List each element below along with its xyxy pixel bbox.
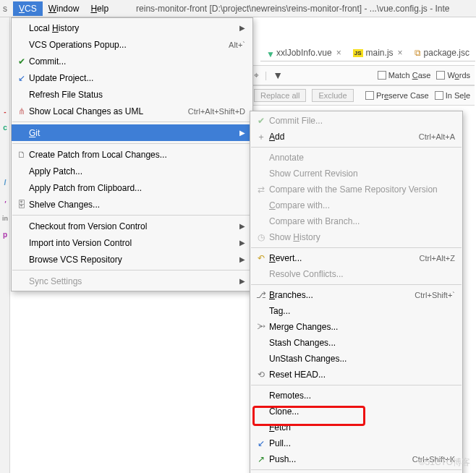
- item-sync-settings[interactable]: Sync Settings▶: [12, 273, 252, 289]
- patch-icon: 🗋: [14, 150, 29, 160]
- item-pull[interactable]: ↙Pull...: [250, 435, 462, 451]
- menu-help[interactable]: Help: [85, 1, 114, 16]
- item-fetch[interactable]: Fetch: [250, 419, 462, 435]
- item-show-uml[interactable]: ⋔Show Local Changes as UMLCtrl+Alt+Shift…: [12, 103, 252, 119]
- menubar-left-stub: s: [3, 4, 7, 14]
- item-create-patch[interactable]: 🗋Create Patch from Local Changes...: [12, 146, 252, 163]
- item-remotes[interactable]: Remotes...: [250, 388, 462, 404]
- item-annotate[interactable]: Annotate: [250, 150, 462, 166]
- item-clone[interactable]: Clone...: [250, 404, 462, 419]
- revert-icon: ↶: [253, 253, 269, 263]
- find-replace-bar: ⌖ | ▼ Match Case Words: [250, 65, 475, 85]
- item-tag[interactable]: Tag...: [250, 303, 462, 319]
- reset-icon: ⟲: [253, 370, 269, 380]
- close-icon[interactable]: ×: [398, 48, 403, 58]
- item-local-history[interactable]: Local History▶: [12, 20, 252, 36]
- item-vcs-ops-popup[interactable]: VCS Operations Popup...Alt+`: [12, 36, 252, 53]
- preserve-case-check[interactable]: Preserve Case: [365, 91, 429, 100]
- separator: [251, 247, 462, 248]
- close-icon[interactable]: ×: [336, 48, 341, 58]
- gutter-mark: ': [0, 197, 10, 211]
- watermark: ©51CTO博客: [419, 456, 470, 469]
- json-icon: ⧉: [415, 48, 421, 58]
- item-browse-repo[interactable]: Browse VCS Repository▶: [12, 251, 252, 268]
- separator: [251, 469, 462, 470]
- shelve-icon: 🗄: [14, 200, 29, 210]
- item-branches[interactable]: ⎇Branches...Ctrl+Shift+`: [250, 287, 462, 303]
- branch-icon: ⎇: [253, 290, 269, 300]
- add-icon: ＋: [253, 131, 269, 143]
- item-resolve[interactable]: Resolve Conflicts...: [250, 266, 462, 282]
- separator: [12, 143, 252, 144]
- vue-icon: ▼: [266, 49, 273, 56]
- push-icon: ↗: [253, 454, 269, 464]
- menu-window[interactable]: Window: [43, 1, 85, 16]
- item-revert[interactable]: ↶Revert...Ctrl+Alt+Z: [250, 250, 462, 266]
- target-icon[interactable]: ⌖: [254, 70, 259, 80]
- item-apply-patch[interactable]: Apply Patch...: [12, 163, 252, 179]
- item-apply-patch-clip[interactable]: Apply Patch from Clipboard...: [12, 179, 252, 196]
- gutter-mark: l: [0, 175, 10, 189]
- tab-xxljobinfo[interactable]: ▼ xxlJobInfo.vue×: [260, 45, 347, 61]
- words-check[interactable]: Words: [436, 71, 470, 80]
- separator: [251, 147, 462, 148]
- separator: [251, 284, 462, 285]
- diff-icon: ⇄: [253, 184, 269, 195]
- commit-icon: ✔: [253, 116, 269, 126]
- item-import-vc[interactable]: Import into Version Control▶: [12, 234, 252, 251]
- item-compare-with[interactable]: Compare with...: [250, 197, 462, 213]
- history-icon: ◷: [253, 232, 269, 242]
- match-case-check[interactable]: Match Case: [378, 71, 431, 80]
- item-unstash[interactable]: UnStash Changes...: [250, 351, 462, 367]
- item-compare-same[interactable]: ⇄Compare with the Same Repository Versio…: [250, 182, 462, 197]
- item-show-current[interactable]: Show Current Revision: [250, 166, 462, 182]
- merge-icon: ⭃: [253, 322, 269, 332]
- item-add[interactable]: ＋AddCtrl+Alt+A: [250, 129, 462, 145]
- gutter-mark: -: [0, 104, 10, 119]
- js-icon: JS: [353, 49, 363, 57]
- pull-icon: ↙: [253, 438, 269, 448]
- item-show-history[interactable]: ◷Show History: [250, 229, 462, 245]
- item-refresh-status[interactable]: Refresh File Status: [12, 86, 252, 103]
- tab-package[interactable]: ⧉ package.jsc: [409, 45, 475, 61]
- item-shelve[interactable]: 🗄Shelve Changes...: [12, 196, 252, 213]
- menu-vcs[interactable]: VCS: [13, 1, 43, 16]
- item-commit-file[interactable]: ✔Commit File...: [250, 113, 462, 129]
- item-stash[interactable]: Stash Changes...: [250, 335, 462, 351]
- item-git[interactable]: Git▶: [12, 124, 252, 141]
- left-gutter: - c l ' in p: [0, 17, 10, 473]
- tab-mainjs[interactable]: JS main.js×: [347, 45, 409, 61]
- menubar: s VCS Window Help reins-monitor-front [D…: [0, 0, 476, 17]
- window-title: reins-monitor-front [D:\project\newreins…: [136, 4, 449, 14]
- gutter-mark: in: [0, 211, 10, 226]
- exclude-button[interactable]: Exclude: [312, 89, 353, 102]
- item-commit[interactable]: ✔Commit...: [12, 53, 252, 69]
- commit-icon: ✔: [14, 56, 29, 67]
- uml-icon: ⋔: [14, 106, 29, 116]
- update-icon: ↙: [14, 73, 29, 83]
- item-compare-branch[interactable]: Compare with Branch...: [250, 213, 462, 229]
- item-update-project[interactable]: ↙Update Project...: [12, 69, 252, 86]
- separator: [251, 385, 462, 385]
- vcs-dropdown: Local History▶ VCS Operations Popup...Al…: [11, 17, 253, 291]
- separator: [12, 122, 252, 122]
- find-replace-bar-2: Replace all Exclude Preserve Case In Sel…: [250, 85, 475, 106]
- filter-icon[interactable]: ▼: [273, 69, 283, 81]
- separator: [12, 270, 252, 270]
- item-reset-head[interactable]: ⟲Reset HEAD...: [250, 367, 462, 383]
- git-submenu: ✔Commit File... ＋AddCtrl+Alt+A Annotate …: [250, 111, 463, 473]
- in-selection-check[interactable]: In Sele: [435, 91, 470, 100]
- item-checkout-vc[interactable]: Checkout from Version Control▶: [12, 218, 252, 234]
- separator: [12, 215, 252, 216]
- gutter-mark: p: [0, 227, 10, 242]
- editor-tabs: ▼ xxlJobInfo.vue× JS main.js× ⧉ package.…: [260, 45, 475, 61]
- item-merge[interactable]: ⭃Merge Changes...: [250, 319, 462, 335]
- gutter-mark: c: [0, 120, 10, 135]
- replace-all-button[interactable]: Replace all: [254, 89, 306, 102]
